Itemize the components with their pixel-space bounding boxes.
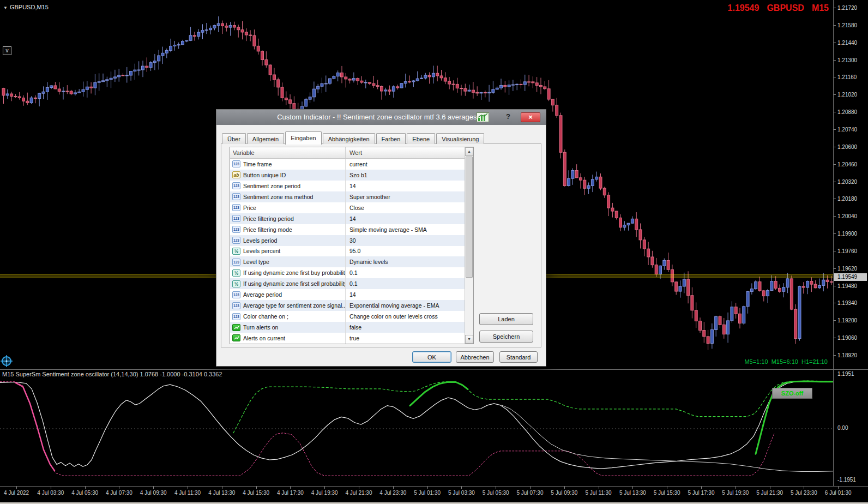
param-row[interactable]: Alerts on currenttrue (230, 333, 465, 344)
mt4-window: { "window": { "symbol_label": "GBPUSD,M1… (0, 0, 868, 504)
price-tick (834, 216, 836, 217)
param-row[interactable]: Turn alerts onfalse (230, 322, 465, 333)
time-tick (188, 487, 188, 489)
tab-allgemein[interactable]: Allgemein (247, 133, 284, 144)
time-axis-label: 5 Jul 23:30 (791, 490, 817, 496)
param-row[interactable]: 123PriceClose (230, 202, 465, 213)
param-row[interactable]: 123Sentiment zone period14 (230, 181, 465, 191)
price-tick (834, 355, 836, 356)
param-row[interactable]: abButton unique IDSzo b1 (230, 170, 465, 181)
price-scale-label: 1.21300 (837, 57, 857, 63)
param-value[interactable]: 14 (346, 291, 465, 298)
param-row[interactable]: 123Price filtering modeSimple moving ave… (230, 224, 465, 235)
param-variable: Sentiment zone period (243, 183, 300, 189)
time-axis-label: 5 Jul 17:30 (688, 490, 715, 496)
param-value[interactable]: Simple moving average - SMA (346, 226, 465, 233)
time-axis-label: 4 Jul 13:30 (208, 490, 235, 496)
symbol-label: ▼GBPUSD,M15 (3, 4, 49, 10)
param-variable: Level type (243, 259, 269, 265)
param-row[interactable]: ½If using dynamic zone first buy probabi… (230, 267, 465, 278)
column-header-wert[interactable]: Wert (346, 147, 473, 158)
param-row[interactable]: 123Level typeDynamic levels (230, 256, 465, 267)
scroll-down-button[interactable]: ▼ (465, 335, 473, 344)
tab-ber[interactable]: Über (222, 133, 246, 144)
time-axis-label: 5 Jul 09:30 (551, 490, 577, 496)
corner-v-button[interactable]: v (3, 46, 11, 55)
speichern-button[interactable]: Speichern (479, 331, 533, 343)
abbrechen-button[interactable]: Abbrechen (456, 351, 494, 363)
close-button[interactable]: × (521, 112, 540, 122)
price-scale-label: 1.20320 (837, 179, 857, 185)
numeric-type-icon: 123 (232, 160, 240, 167)
parameters-table[interactable]: Variable Wert 123Time framecurrentabButt… (230, 147, 474, 344)
time-tick (701, 487, 702, 489)
time-axis-label: 5 Jul 15:30 (654, 490, 680, 496)
param-row[interactable]: 123Color chanhe on ;Change color on oute… (230, 311, 465, 322)
time-axis-label: 5 Jul 01:30 (414, 490, 441, 496)
ok-button[interactable]: OK (412, 351, 451, 363)
param-value[interactable]: Close (346, 205, 465, 211)
time-axis-label: 5 Jul 11:30 (586, 490, 612, 496)
time-tick (838, 487, 839, 489)
vertical-scrollbar[interactable]: ▲ ▼ (465, 147, 473, 344)
tab-abhngigkeiten[interactable]: Abhängigkeiten (323, 133, 375, 144)
param-row[interactable]: 123Average type for sentiment zone signa… (230, 300, 465, 311)
tab-visualisierung[interactable]: Visualisierung (436, 133, 484, 144)
price-scale-label: 1.20040 (837, 213, 857, 219)
dialog-titlebar[interactable]: Custom Indicator - !! Sentiment zone osc… (216, 110, 546, 125)
crosshair-icon[interactable] (1, 355, 13, 367)
param-value[interactable]: 14 (346, 215, 465, 222)
time-axis-label: 4 Jul 11:30 (174, 490, 201, 496)
oscillator-chart-svg[interactable] (0, 370, 833, 486)
scroll-up-button[interactable]: ▲ (465, 147, 473, 156)
chevron-down-icon[interactable]: ▼ (3, 5, 8, 10)
price-tick (834, 233, 836, 234)
tab-eingaben[interactable]: Eingaben (285, 131, 322, 145)
param-row[interactable]: 123Time framecurrent (230, 159, 465, 170)
tab-ebene[interactable]: Ebene (407, 133, 435, 144)
param-row[interactable]: 123Sentiment zone ma methodSuper smoothe… (230, 191, 465, 202)
param-value[interactable]: Szo b1 (346, 172, 465, 178)
help-button[interactable]: ? (503, 112, 513, 122)
param-row[interactable]: 123Average period14 (230, 289, 465, 300)
laden-button[interactable]: Laden (479, 313, 533, 325)
scrollbar-thumb[interactable] (466, 157, 473, 278)
time-axis[interactable]: 4 Jul 20224 Jul 03:304 Jul 05:304 Jul 07… (0, 487, 868, 500)
price-tick (834, 60, 836, 61)
param-value[interactable]: 14 (346, 183, 465, 189)
param-row[interactable]: ½If using dynamic zone first sell probab… (230, 278, 465, 289)
param-variable: Price filtering mode (243, 226, 292, 233)
price-tick (834, 25, 836, 26)
param-value[interactable]: Super smoother (346, 194, 465, 200)
param-value[interactable]: true (346, 335, 465, 341)
time-axis-label: 4 Jul 17:30 (277, 490, 304, 496)
double-type-icon: ½ (232, 269, 240, 277)
param-value[interactable]: 30 (346, 237, 465, 244)
price-scale-label: 1.19620 (837, 266, 857, 272)
param-row[interactable]: ½Levels percent95.0 (230, 246, 465, 257)
price-scale-label: 1.19200 (837, 317, 857, 323)
szo-toggle-button[interactable]: SZO-off (772, 388, 812, 399)
price-tick (834, 199, 836, 199)
column-header-variable[interactable]: Variable (230, 147, 346, 158)
time-axis-label: 5 Jul 03:30 (448, 490, 475, 496)
param-variable: Turn alerts on (243, 324, 278, 331)
price-tick (834, 112, 836, 112)
oscillator-scale-bottom: -1.1951 (837, 477, 856, 483)
param-value[interactable]: Change color on outer levels cross (346, 313, 465, 320)
price-tick (834, 147, 836, 147)
param-value[interactable]: 0.1 (346, 280, 465, 287)
param-variable: Levels period (243, 237, 277, 244)
param-row[interactable]: 123Price filtering period14 (230, 213, 465, 224)
standard-button[interactable]: Standard (499, 351, 538, 363)
tab-farben[interactable]: Farben (376, 133, 406, 144)
param-value[interactable]: Dynamic levels (346, 259, 465, 265)
param-value[interactable]: 95.0 (346, 248, 465, 254)
param-value[interactable]: current (346, 161, 465, 167)
param-value[interactable]: 0.1 (346, 269, 465, 276)
oscillator-panel[interactable]: M15 SuperSm Sentiment zone oscillator (1… (0, 370, 833, 486)
price-scale[interactable]: 1.19549 1.217201.215801.214401.213001.21… (834, 0, 868, 369)
param-value[interactable]: Exponential moving average - EMA (346, 302, 465, 309)
param-row[interactable]: 123Levels period30 (230, 235, 465, 246)
param-value[interactable]: false (346, 324, 465, 331)
